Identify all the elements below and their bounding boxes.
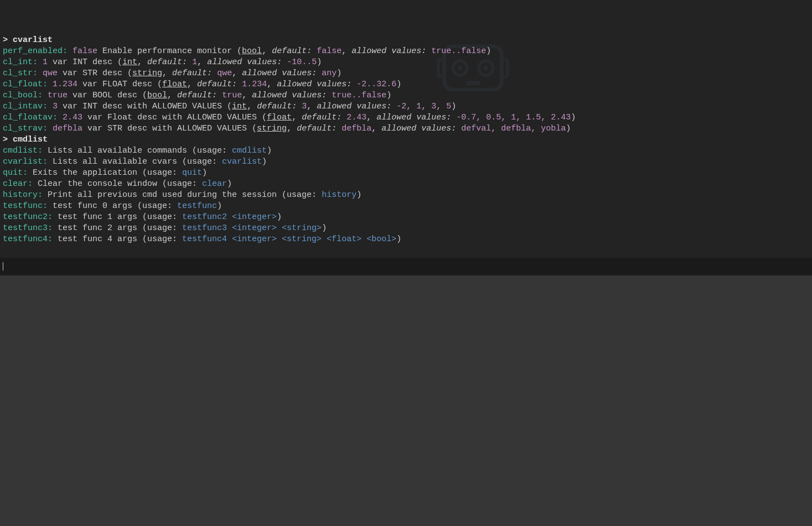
cvar-desc: Enable performance monitor ( [97,46,242,56]
entered-command: > cmdlist [3,135,48,144]
cvar-name: cl_strav [3,124,43,133]
cvar-allowed: any [322,69,337,78]
cvar-line: cl_intav: 3 var INT desc with ALLOWED VA… [3,101,809,112]
cmd-desc: Lists all available commands ( [48,146,197,155]
usage-label: usage: [142,201,177,211]
cvar-allowed: true..false [431,46,486,56]
cmd-name: history [3,190,38,200]
cvar-desc: var STR desc with ALLOWED VALUES ( [82,124,257,133]
cvar-value: 3 [53,102,58,111]
input-cursor [3,262,3,270]
cmd-usage: testfunc3 <integer> <string> [182,223,322,233]
cvar-name: cl_intav [3,102,43,111]
cmd-line: testfunc: test func 0 args (usage: testf… [3,201,809,212]
cvar-name: cl_floatav [3,113,53,122]
cmd-line: cvarlist: Lists all available cvars (usa… [3,157,809,168]
cvar-name: perf_enabled [3,46,63,56]
cmd-name: testfunc [3,201,43,211]
cvar-default: 1 [192,58,197,67]
cvar-type: string [132,69,162,78]
cvar-default: true [222,91,242,100]
cvar-desc: var Float desc with ALLOWED VALUES ( [82,113,267,122]
cmd-name: cvarlist [3,157,43,166]
cvar-default: 2.43 [346,113,366,122]
allowed-label: allowed values: [277,80,351,89]
cvar-value: true [48,91,68,100]
cvar-default: false [317,46,342,56]
cvar-line: cl_str: qwe var STR desc (string, defaul… [3,68,809,79]
usage-label: usage: [287,190,322,200]
usage-label: usage: [147,168,182,178]
cmd-desc: test func 1 args ( [58,212,147,222]
cvar-line: cl_bool: true var BOOL desc (bool, defau… [3,90,809,101]
prompt-line: > cmdlist [3,134,809,145]
cvar-type: int [122,58,137,67]
cvar-allowed: defval, defbla, yobla [461,124,566,133]
default-label: default: [297,124,337,133]
cvar-desc: var INT desc with ALLOWED VALUES ( [58,102,232,111]
cvar-default: defbla [342,124,371,133]
console-input-bar[interactable] [0,258,812,275]
cmd-name: testfunc2 [3,212,48,222]
cvar-allowed: -2..32.6 [356,80,396,89]
cvar-desc: var BOOL desc ( [68,91,147,100]
cmd-usage: testfunc [177,201,217,211]
cvar-allowed: true..false [332,91,386,100]
cmd-line: testfunc4: test func 4 args (usage: test… [3,234,809,245]
allowed-label: allowed values: [242,69,317,78]
default-label: default: [302,113,342,122]
cmd-usage: cmdlist [232,146,267,155]
cmd-line: testfunc3: test func 2 args (usage: test… [3,223,809,234]
cvar-line: cl_int: 1 var INT desc (int, default: 1,… [3,57,809,68]
cmd-line: cmdlist: Lists all available commands (u… [3,145,809,157]
cvar-value: qwe [43,69,58,78]
cvar-desc: var INT desc ( [48,58,122,67]
allowed-label: allowed values: [381,124,456,133]
cvar-default: 1.234 [242,80,267,89]
cmd-name: cmdlist [3,146,38,155]
cvar-line: cl_floatav: 2.43 var Float desc with ALL… [3,112,809,123]
cmd-usage: quit [182,168,202,178]
usage-label: usage: [147,212,182,222]
cvar-value: 2.43 [63,113,82,122]
prompt-line: > cvarlist [3,35,809,46]
cmd-usage: history [322,190,356,200]
cvar-value: false [73,46,97,56]
default-label: default: [197,80,237,89]
cvar-type: string [257,124,287,133]
cvar-name: cl_float [3,80,43,89]
usage-label: usage: [147,223,182,233]
cmd-desc: test func 4 args ( [58,235,147,244]
cmd-name: testfunc3 [3,223,48,233]
cvar-type: bool [147,91,167,100]
usage-label: usage: [187,157,222,166]
cvar-default: qwe [217,69,232,78]
default-label: default: [272,46,312,56]
usage-label: usage: [167,179,202,189]
cmd-desc: Lists all available cvars ( [53,157,187,166]
cmd-line: quit: Exits the application (usage: quit… [3,168,809,179]
usage-label: usage: [147,235,182,244]
cmd-usage: testfunc2 <integer> [182,212,277,222]
cmd-desc: test func 0 args ( [53,201,142,211]
cvar-name: cl_bool [3,91,38,100]
cmd-usage: cvarlist [222,157,262,166]
cvar-value: 1.234 [53,80,77,89]
cvar-type: float [162,80,187,89]
cmd-line: history: Print all previous cmd used dur… [3,190,809,201]
cmd-desc: test func 2 args ( [58,223,147,233]
cvar-name: cl_int [3,58,33,67]
cvar-desc: var FLOAT desc ( [77,80,162,89]
default-label: default: [147,58,187,67]
entered-command: > cvarlist [3,35,53,45]
allowed-label: allowed values: [252,91,327,100]
cvar-type: bool [242,46,262,56]
cmd-desc: Exits the application ( [33,168,147,178]
cvar-value: 1 [43,58,48,67]
allowed-label: allowed values: [207,58,282,67]
console-output: > cvarlistperf_enabled: false Enable per… [0,0,812,258]
cvar-allowed: -2, 1, 3, 5 [396,102,451,111]
default-label: default: [257,102,297,111]
cmd-desc: Clear the console window ( [38,179,167,189]
cmd-desc: Print all previous cmd used during the s… [48,190,287,200]
